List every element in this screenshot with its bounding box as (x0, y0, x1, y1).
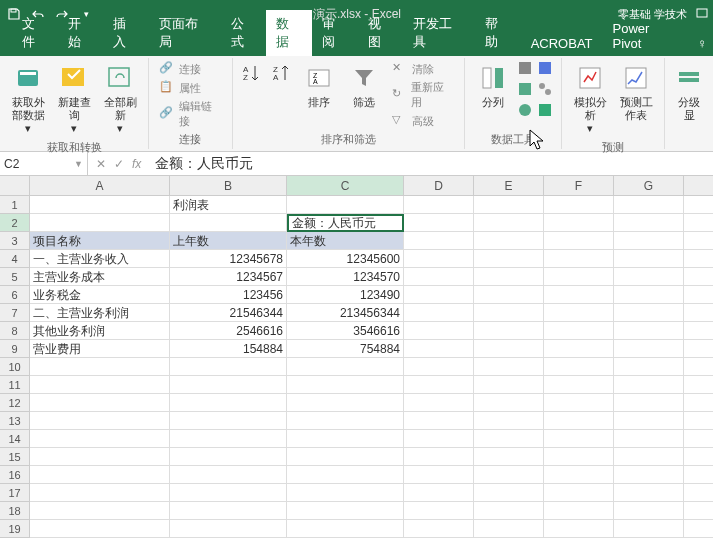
row-header-10[interactable]: 10 (0, 358, 30, 376)
cell-B12[interactable] (170, 394, 287, 412)
tell-me-icon[interactable]: ♀ (691, 31, 713, 56)
row-header-17[interactable]: 17 (0, 484, 30, 502)
cell-H8[interactable] (684, 322, 713, 340)
cell-B7[interactable]: 21546344 (170, 304, 287, 322)
cell-H11[interactable] (684, 376, 713, 394)
tab-insert[interactable]: 插入 (103, 10, 149, 56)
cell-E11[interactable] (474, 376, 544, 394)
row-header-2[interactable]: 2 (0, 214, 30, 232)
col-header-B[interactable]: B (170, 176, 287, 196)
row-header-7[interactable]: 7 (0, 304, 30, 322)
row-header-19[interactable]: 19 (0, 520, 30, 538)
col-header-C[interactable]: C (287, 176, 404, 196)
cell-C4[interactable]: 12345600 (287, 250, 404, 268)
cell-E6[interactable] (474, 286, 544, 304)
cell-H14[interactable] (684, 430, 713, 448)
cell-H17[interactable] (684, 484, 713, 502)
cell-F3[interactable] (544, 232, 614, 250)
sort-za-button[interactable]: ZA (268, 60, 295, 88)
get-external-data-button[interactable]: 获取外部数据 ▾ (6, 60, 50, 138)
tab-home[interactable]: 开始 (58, 10, 104, 56)
cell-D2[interactable] (404, 214, 474, 232)
cell-A14[interactable] (30, 430, 170, 448)
cell-G5[interactable] (614, 268, 684, 286)
cell-D13[interactable] (404, 412, 474, 430)
cell-A13[interactable] (30, 412, 170, 430)
cell-H9[interactable] (684, 340, 713, 358)
cell-F8[interactable] (544, 322, 614, 340)
cell-B10[interactable] (170, 358, 287, 376)
cell-E13[interactable] (474, 412, 544, 430)
cell-F10[interactable] (544, 358, 614, 376)
tab-file[interactable]: 文件 (12, 10, 58, 56)
cell-E18[interactable] (474, 502, 544, 520)
cell-H2[interactable] (684, 214, 713, 232)
cell-G3[interactable] (614, 232, 684, 250)
sort-button[interactable]: ZA排序 (297, 60, 340, 111)
cell-C13[interactable] (287, 412, 404, 430)
worksheet-grid[interactable]: ABCDEFGH 12345678910111213141516171819 利… (0, 176, 713, 541)
cell-A17[interactable] (30, 484, 170, 502)
tab-layout[interactable]: 页面布局 (149, 10, 220, 56)
row-header-5[interactable]: 5 (0, 268, 30, 286)
cell-H7[interactable] (684, 304, 713, 322)
col-header-D[interactable]: D (404, 176, 474, 196)
cell-F1[interactable] (544, 196, 614, 214)
cell-B13[interactable] (170, 412, 287, 430)
cell-G9[interactable] (614, 340, 684, 358)
cell-G2[interactable] (614, 214, 684, 232)
cell-A7[interactable]: 二、主营业务利润 (30, 304, 170, 322)
cell-A6[interactable]: 业务税金 (30, 286, 170, 304)
cell-B4[interactable]: 12345678 (170, 250, 287, 268)
cell-E12[interactable] (474, 394, 544, 412)
cell-F13[interactable] (544, 412, 614, 430)
cell-E3[interactable] (474, 232, 544, 250)
cell-D12[interactable] (404, 394, 474, 412)
cell-A18[interactable] (30, 502, 170, 520)
cell-A15[interactable] (30, 448, 170, 466)
cell-H15[interactable] (684, 448, 713, 466)
properties-button[interactable]: 📋属性 (155, 79, 226, 97)
cell-F14[interactable] (544, 430, 614, 448)
cell-E19[interactable] (474, 520, 544, 538)
cell-A3[interactable]: 项目名称 (30, 232, 170, 250)
cell-A12[interactable] (30, 394, 170, 412)
cell-E5[interactable] (474, 268, 544, 286)
cell-G18[interactable] (614, 502, 684, 520)
cell-E15[interactable] (474, 448, 544, 466)
cell-F4[interactable] (544, 250, 614, 268)
cell-D1[interactable] (404, 196, 474, 214)
cell-C2[interactable]: 金额：人民币元 (287, 214, 404, 232)
cell-G12[interactable] (614, 394, 684, 412)
tab-view[interactable]: 视图 (358, 10, 404, 56)
forecast-sheet-button[interactable]: 预测工作表 (614, 60, 658, 124)
cell-E7[interactable] (474, 304, 544, 322)
sort-az-button[interactable]: AZ (239, 60, 266, 88)
cell-A8[interactable]: 其他业务利润 (30, 322, 170, 340)
tab-acrobat[interactable]: ACROBAT (521, 31, 603, 56)
cell-A19[interactable] (30, 520, 170, 538)
cell-C1[interactable] (287, 196, 404, 214)
enter-icon[interactable]: ✓ (114, 157, 124, 171)
cell-H18[interactable] (684, 502, 713, 520)
refresh-all-button[interactable]: 全部刷新 ▾ (98, 60, 142, 138)
name-box[interactable]: C2▼ (0, 152, 88, 175)
cell-C6[interactable]: 123490 (287, 286, 404, 304)
row-header-13[interactable]: 13 (0, 412, 30, 430)
cell-B9[interactable]: 154884 (170, 340, 287, 358)
tab-data[interactable]: 数据 (266, 10, 312, 56)
col-header-H[interactable]: H (684, 176, 713, 196)
cell-D10[interactable] (404, 358, 474, 376)
cell-C3[interactable]: 本年数 (287, 232, 404, 250)
cell-F11[interactable] (544, 376, 614, 394)
cell-H3[interactable] (684, 232, 713, 250)
clear-filter-button[interactable]: ✕清除 (388, 60, 458, 78)
cell-G11[interactable] (614, 376, 684, 394)
cell-C9[interactable]: 754884 (287, 340, 404, 358)
cell-F9[interactable] (544, 340, 614, 358)
cell-H13[interactable] (684, 412, 713, 430)
cell-G13[interactable] (614, 412, 684, 430)
text-to-columns-button[interactable]: 分列 (471, 60, 515, 111)
cell-H19[interactable] (684, 520, 713, 538)
cell-B3[interactable]: 上年数 (170, 232, 287, 250)
